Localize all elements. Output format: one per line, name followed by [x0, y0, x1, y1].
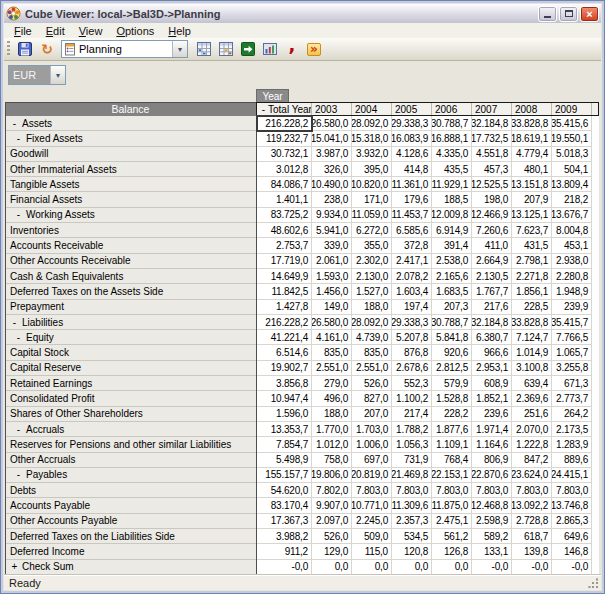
- value-cell[interactable]: 391,4: [432, 238, 472, 253]
- value-cell[interactable]: 198,0: [472, 192, 512, 207]
- value-cell[interactable]: 7.803,0: [552, 483, 592, 498]
- expand-button[interactable]: »: [303, 39, 325, 59]
- value-cell[interactable]: 4.551,8: [472, 147, 512, 162]
- value-cell[interactable]: 2.728,8: [512, 514, 552, 529]
- value-cell[interactable]: 1.527,0: [352, 284, 392, 299]
- row-label-assets[interactable]: -Assets: [5, 116, 256, 131]
- value-cell[interactable]: 7.766,5: [552, 330, 592, 345]
- value-cell[interactable]: 4.739,0: [352, 330, 392, 345]
- value-cell[interactable]: 11.309,6: [392, 498, 432, 513]
- value-cell[interactable]: 1.971,4: [472, 422, 512, 437]
- value-cell[interactable]: 2.551,0: [352, 361, 392, 376]
- value-cell[interactable]: 6.272,0: [352, 223, 392, 238]
- value-cell[interactable]: 10.947,4: [256, 391, 312, 406]
- value-cell[interactable]: 806,9: [472, 453, 512, 468]
- value-cell[interactable]: 2.280,8: [552, 269, 592, 284]
- column-header-2003[interactable]: 2003: [312, 102, 352, 116]
- value-cell[interactable]: 20.819,0: [352, 468, 392, 483]
- value-cell[interactable]: 24.415,1: [552, 468, 592, 483]
- view-select[interactable]: Planning ▾: [61, 40, 188, 58]
- value-cell[interactable]: 1.788,2: [392, 422, 432, 437]
- value-cell[interactable]: 1.014,9: [512, 345, 552, 360]
- value-cell[interactable]: 16.888,1: [432, 131, 472, 146]
- value-cell[interactable]: 188,0: [312, 407, 352, 422]
- value-cell[interactable]: 372,8: [392, 238, 432, 253]
- value-cell[interactable]: 2.070,0: [512, 422, 552, 437]
- value-cell[interactable]: 2.130,5: [472, 269, 512, 284]
- value-cell[interactable]: 480,1: [512, 162, 552, 177]
- value-cell[interactable]: 414,8: [392, 162, 432, 177]
- value-cell[interactable]: 19.550,1: [552, 131, 592, 146]
- export-button[interactable]: [237, 39, 259, 59]
- row-label-liabilities[interactable]: -Liabilities: [5, 315, 256, 330]
- value-cell[interactable]: 155.157,7: [256, 468, 312, 483]
- value-cell[interactable]: 207,9: [512, 192, 552, 207]
- value-cell[interactable]: 7.803,0: [512, 483, 552, 498]
- value-cell[interactable]: 11.842,5: [256, 284, 312, 299]
- row-label-check-sum[interactable]: +Check Sum: [5, 560, 256, 575]
- close-button[interactable]: ×: [580, 6, 599, 22]
- value-cell[interactable]: 13.809,4: [552, 177, 592, 192]
- value-cell[interactable]: 758,0: [312, 453, 352, 468]
- column-header-2005[interactable]: 2005: [392, 102, 432, 116]
- value-cell[interactable]: 149,0: [312, 300, 352, 315]
- value-cell[interactable]: 649,6: [552, 529, 592, 544]
- value-cell[interactable]: 526,0: [352, 376, 392, 391]
- value-cell[interactable]: 0,0: [432, 560, 472, 575]
- value-cell[interactable]: 6.380,7: [472, 330, 512, 345]
- value-cell[interactable]: 2.865,3: [552, 514, 592, 529]
- value-cell[interactable]: 1.596,0: [256, 407, 312, 422]
- value-cell[interactable]: 17.732,5: [472, 131, 512, 146]
- value-cell[interactable]: 5.841,8: [432, 330, 472, 345]
- column-header-2004[interactable]: 2004: [352, 102, 392, 116]
- value-cell[interactable]: 435,5: [432, 162, 472, 177]
- value-cell[interactable]: 35.415,7: [552, 315, 592, 330]
- value-cell[interactable]: 731,9: [392, 453, 432, 468]
- value-cell[interactable]: 1.100,2: [392, 391, 432, 406]
- value-cell[interactable]: 13.746,8: [552, 498, 592, 513]
- value-cell[interactable]: 671,3: [552, 376, 592, 391]
- value-cell[interactable]: 13.151,8: [512, 177, 552, 192]
- value-cell[interactable]: 1.006,0: [352, 437, 392, 452]
- view-select-dropdown-icon[interactable]: ▾: [172, 41, 187, 57]
- value-cell[interactable]: 10.820,0: [352, 177, 392, 192]
- menu-options[interactable]: Options: [109, 24, 161, 38]
- value-cell[interactable]: 1.427,8: [256, 300, 312, 315]
- value-cell[interactable]: 251,6: [512, 407, 552, 422]
- value-cell[interactable]: 188,0: [352, 300, 392, 315]
- value-cell[interactable]: 1.456,0: [312, 284, 352, 299]
- value-cell[interactable]: 7.803,0: [392, 483, 432, 498]
- value-cell[interactable]: 23.624,0: [512, 468, 552, 483]
- value-cell[interactable]: 2.271,8: [512, 269, 552, 284]
- value-cell[interactable]: 126,8: [432, 544, 472, 559]
- value-cell[interactable]: 3.932,0: [352, 147, 392, 162]
- recalculate-button[interactable]: ↻: [36, 39, 58, 59]
- value-cell[interactable]: 4.779,4: [512, 147, 552, 162]
- value-cell[interactable]: 15.318,0: [352, 131, 392, 146]
- value-cell[interactable]: 1.603,4: [392, 284, 432, 299]
- minimize-button[interactable]: [538, 6, 557, 22]
- value-cell[interactable]: 35.415,6: [552, 116, 592, 131]
- value-cell[interactable]: 146,8: [552, 544, 592, 559]
- value-cell[interactable]: 1.852,1: [472, 391, 512, 406]
- collapse-toggle[interactable]: -: [10, 317, 19, 328]
- collapse-toggle[interactable]: -: [10, 118, 19, 129]
- value-cell[interactable]: 0,0: [312, 560, 352, 575]
- value-cell[interactable]: 171,0: [352, 192, 392, 207]
- expand-toggle[interactable]: +: [10, 561, 19, 572]
- value-cell[interactable]: 22.870,6: [472, 468, 512, 483]
- value-cell[interactable]: 228,2: [432, 407, 472, 422]
- value-cell[interactable]: 1.528,8: [432, 391, 472, 406]
- column-header-2007[interactable]: 2007: [472, 102, 512, 116]
- value-cell[interactable]: 41.221,4: [256, 330, 312, 345]
- value-cell[interactable]: 7.124,7: [512, 330, 552, 345]
- value-cell[interactable]: 207,3: [432, 300, 472, 315]
- value-cell[interactable]: 5.498,9: [256, 453, 312, 468]
- value-cell[interactable]: 11.361,0: [392, 177, 432, 192]
- value-cell[interactable]: 2.061,0: [312, 254, 352, 269]
- value-cell[interactable]: 7.260,6: [472, 223, 512, 238]
- value-cell[interactable]: -0,0: [552, 560, 592, 575]
- value-cell[interactable]: 18.619,1: [512, 131, 552, 146]
- value-cell[interactable]: 13.092,2: [512, 498, 552, 513]
- value-cell[interactable]: 847,2: [512, 453, 552, 468]
